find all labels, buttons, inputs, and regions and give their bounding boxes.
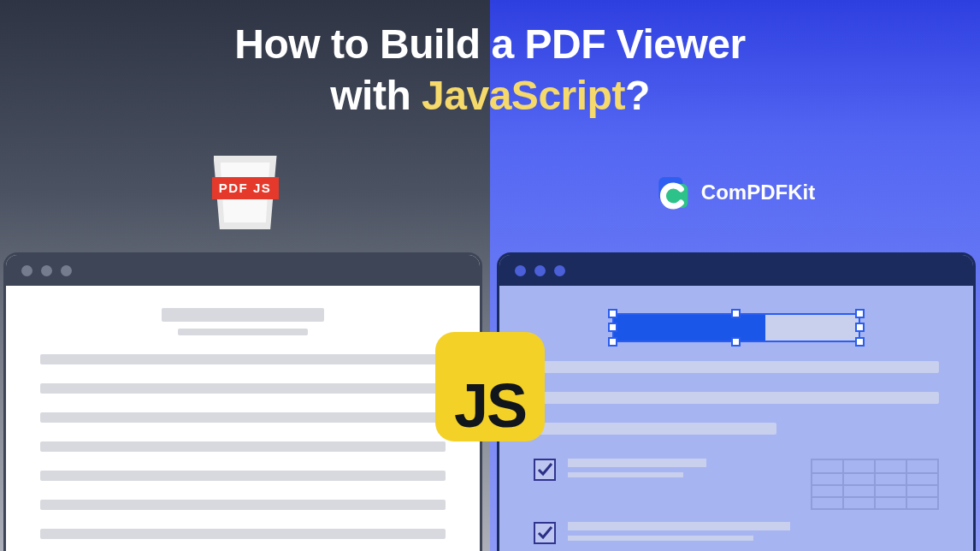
text-line-placeholder [40,441,446,452]
text-line-placeholder [40,529,446,539]
text-line-placeholder [40,412,446,423]
checkbox-checked-icon [534,522,556,544]
resize-handle-icon [608,323,617,332]
window-dot-icon [554,265,565,276]
text-line-placeholder [40,383,446,394]
resize-handle-icon [855,337,865,347]
left-document-mock [6,286,480,551]
text-line-placeholder [40,354,446,364]
pdfjs-logo: PDF JS [214,156,277,233]
compdfkit-logo-icon [655,175,689,210]
progress-fill [614,315,765,341]
window-dot-icon [21,265,32,276]
checkbox-checked-icon [534,459,556,481]
window-dot-icon [515,265,526,276]
doc-heading-placeholder [162,308,324,335]
text-line-placeholder [534,392,939,404]
resize-handle-icon [855,323,865,332]
resize-handle-icon [608,309,617,318]
compdfkit-logo-text: ComPDFKit [701,181,815,204]
resize-handle-icon [608,337,617,347]
pdfjs-logo-text: PDF JS [212,177,279,199]
text-line-placeholder [534,361,939,373]
form-row [534,459,939,510]
resize-handle-icon [731,309,741,318]
js-badge-text: JS [454,375,526,436]
resize-handle-icon [731,337,741,347]
text-line-placeholder [40,471,446,481]
window-dot-icon [41,265,52,276]
resize-handle-icon [855,309,865,318]
form-row [534,522,939,544]
text-line-placeholder [534,423,776,435]
left-mock-window [3,252,482,551]
selection-frame [612,313,860,342]
window-titlebar [499,255,973,286]
right-document-mock [499,286,973,551]
window-dot-icon [534,265,546,276]
window-dot-icon [61,265,72,276]
label-placeholder [568,459,799,510]
label-placeholder [568,522,939,544]
text-line-placeholder [40,500,446,510]
right-panel: ComPDFKit [490,0,980,551]
javascript-badge-icon: JS [435,332,545,441]
right-mock-window [497,252,976,551]
window-titlebar [6,255,480,286]
table-placeholder [811,459,939,510]
compdfkit-logo: ComPDFKit [655,175,815,210]
left-panel: PDF JS [0,0,490,551]
